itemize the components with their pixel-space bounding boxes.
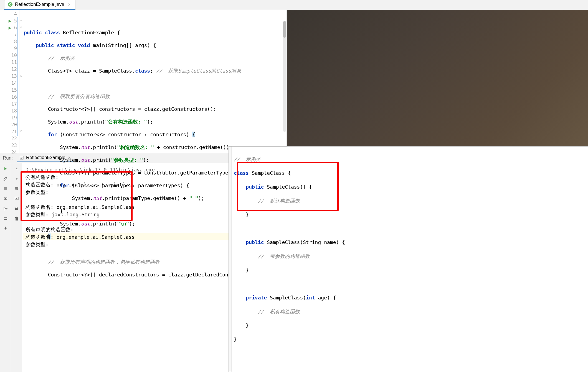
tab-close-icon[interactable]: ✕ [68,2,71,7]
svg-rect-14 [16,218,18,220]
secondary-editor-window[interactable]: // 示例类 class SampleClass { public Sample… [229,146,588,372]
fold-marker-icon[interactable]: ⊟ [20,19,23,22]
fold-marker-icon[interactable]: ⊟ [20,75,23,77]
scroll-end-button[interactable] [13,195,20,202]
svg-rect-6 [4,187,7,190]
tab-filename: ReflectionExample.java [15,2,64,7]
layout-button[interactable] [2,215,9,222]
fold-marker-icon[interactable]: ⊟ [20,26,23,29]
print-button[interactable] [13,205,20,212]
pin-button[interactable] [2,225,9,232]
fold-marker-icon[interactable]: ⊟ [20,130,23,133]
svg-rect-3 [21,157,23,157]
svg-rect-16 [16,217,17,217]
run-gutter-icon[interactable]: ▶ [9,24,11,31]
run-toolbar [0,163,11,372]
clear-button[interactable] [13,215,20,222]
secondary-gutter [229,147,232,372]
rerun-button[interactable] [2,165,9,172]
svg-rect-15 [15,217,18,218]
desktop-background: // 示例类 class SampleClass { public Sample… [287,10,588,372]
code-editor[interactable]: 4 ▶5 ▶6 7 8 9 10 11 12 13 14 15 16 17 18… [0,10,287,153]
soft-wrap-button[interactable] [13,185,20,192]
dump-button[interactable] [2,195,9,202]
run-gutter-icon[interactable]: ▶ [9,17,11,24]
svg-rect-4 [21,158,23,158]
svg-point-8 [5,198,6,199]
svg-rect-13 [16,207,17,208]
svg-rect-9 [4,217,7,218]
code-content[interactable]: public class ReflectionExample { public … [23,10,287,153]
svg-rect-12 [15,208,18,210]
run-subtoolbar [11,163,22,372]
run-label: Run: [3,155,13,161]
down-button[interactable] [13,175,20,182]
svg-rect-5 [21,158,22,159]
file-tab[interactable]: C ReflectionExample.java ✕ [4,0,75,10]
editor-scrollbar[interactable] [283,21,286,132]
stop-button[interactable] [2,185,9,192]
exit-button[interactable] [2,205,9,212]
secondary-code[interactable]: // 示例类 class SampleClass { public Sample… [232,147,588,372]
java-class-icon: C [8,2,13,7]
line-number-gutter: 4 ▶5 ▶6 7 8 9 10 11 12 13 14 15 16 17 18… [0,10,19,153]
tools-button[interactable] [2,175,9,182]
svg-text:C: C [9,3,11,6]
editor-tab-bar: C ReflectionExample.java ✕ [0,0,588,10]
up-button[interactable] [13,165,20,172]
fold-gutter: ⊟ ⊟ ⊟ ⊟ [19,10,23,153]
svg-rect-10 [4,219,7,220]
